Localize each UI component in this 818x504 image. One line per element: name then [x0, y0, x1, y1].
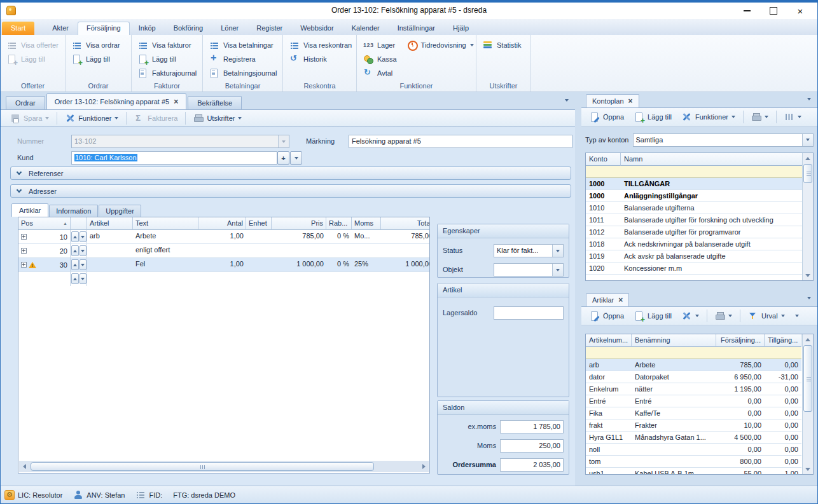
panel-dropdown[interactable] — [807, 98, 811, 100]
vertical-scrollbar[interactable] — [802, 153, 813, 280]
menu-tab-akter[interactable]: Akter — [43, 22, 78, 35]
maximize-button[interactable] — [760, 3, 787, 19]
visa-offerter-button[interactable]: Visa offerter — [4, 38, 65, 52]
table-row-selected[interactable]: 30 Fel 1,00 1 000,00 0 % 25% 1 000,00 — [18, 258, 430, 272]
scroll-up-button[interactable] — [803, 334, 813, 344]
row-move-up-button[interactable] — [71, 259, 79, 270]
lagg-till-offert-button[interactable]: Lägg till — [4, 52, 65, 66]
fakturera-button[interactable]: Fakturera — [130, 111, 182, 125]
funktioner-button[interactable]: Funktioner — [677, 110, 740, 124]
horizontal-scrollbar[interactable] — [19, 461, 429, 472]
konto-row-selected[interactable]: 1000TILLGÅNGAR — [586, 178, 813, 190]
column-header-forsaljning[interactable]: Försäljning... — [716, 334, 765, 347]
status-select[interactable]: Klar för fakt... — [494, 244, 564, 257]
artikel-row[interactable]: FikaKaffe/Te0,000,00 — [586, 407, 813, 419]
print-button[interactable] — [711, 309, 737, 323]
urval-button[interactable]: Urval — [744, 309, 789, 323]
menu-tab-forsaljning[interactable]: Försäljning — [78, 22, 130, 35]
row-move-down-button[interactable] — [80, 259, 87, 270]
filter-row[interactable] — [586, 347, 813, 359]
visa-betalningar-button[interactable]: Visa betalningar — [207, 38, 282, 52]
tab-bekraftelse[interactable]: Bekräftelse — [188, 96, 242, 109]
scroll-up-button[interactable] — [803, 153, 813, 163]
lagg-till-faktura-button[interactable]: Lägg till — [135, 52, 202, 66]
oppna-button[interactable]: Öppna — [585, 309, 628, 323]
close-icon[interactable]: × — [628, 97, 633, 106]
section-adresser[interactable]: Adresser — [10, 184, 571, 198]
column-header-konto[interactable]: Konto — [586, 153, 621, 166]
kund-add-button[interactable]: + — [277, 151, 289, 165]
visa-reskontran-button[interactable]: Visa reskontran — [287, 38, 356, 52]
column-header-rab[interactable]: Rab... — [326, 217, 352, 230]
scroll-down-button[interactable] — [803, 464, 813, 474]
markning-input[interactable]: Felsökning apparat #5 — [349, 135, 572, 148]
vertical-scrollbar[interactable] — [802, 334, 813, 474]
lagg-till-button[interactable]: Lägg till — [630, 110, 676, 124]
fakturajournal-button[interactable]: Fakturajournal — [135, 66, 202, 80]
konto-row[interactable]: 1000Anläggningstillgångar — [586, 190, 813, 202]
column-header-antal[interactable]: Antal — [198, 217, 246, 230]
avtal-button[interactable]: Avtal — [361, 66, 399, 80]
kund-input[interactable]: 1010: Carl Karlsson — [71, 151, 277, 165]
lagg-till-button[interactable]: Lägg till — [630, 309, 676, 323]
konto-row[interactable]: 1012Balanserade utgifter för programvaro… — [586, 226, 813, 238]
dropdown-button[interactable] — [802, 134, 813, 146]
artikel-row[interactable]: usb1Kabel USB A-B 1m55,001,00 — [586, 468, 813, 475]
row-move-down-button[interactable] — [80, 273, 87, 284]
menu-tab-kalender[interactable]: Kalender — [343, 22, 389, 35]
visa-ordrar-button[interactable]: Visa ordrar — [69, 38, 131, 52]
artikel-row[interactable]: fraktFrakter10,000,00 — [586, 419, 813, 432]
dropdown-button[interactable] — [552, 264, 563, 276]
menu-tab-inkop[interactable]: Inköp — [130, 22, 165, 35]
column-header-total[interactable]: Total — [381, 217, 430, 230]
konto-row[interactable]: 1019Ack avskr på balanserade utgifte — [586, 250, 813, 262]
kund-dropdown-button[interactable] — [290, 151, 302, 165]
lagg-till-order-button[interactable]: Lägg till — [69, 52, 131, 66]
scrollbar-thumb[interactable] — [803, 164, 812, 183]
scrollbar-thumb[interactable] — [31, 462, 374, 471]
tab-order-13-102[interactable]: Order 13-102: Felsökning apparat #5× — [46, 93, 186, 109]
print-button[interactable] — [747, 110, 773, 124]
menu-tab-webbsidor[interactable]: Webbsidor — [291, 22, 342, 35]
lager-button[interactable]: Lager — [361, 38, 399, 52]
kassa-button[interactable]: Kassa — [361, 52, 399, 66]
menu-tab-installningar[interactable]: Inställningar — [389, 22, 444, 35]
utskrifter-button[interactable]: Utskrifter — [189, 111, 246, 125]
dropdown-button[interactable] — [552, 245, 563, 257]
historik-button[interactable]: Historik — [287, 52, 356, 66]
tab-information[interactable]: Information — [49, 205, 98, 217]
column-header-namn[interactable]: Namn — [621, 153, 813, 166]
expand-icon[interactable] — [21, 234, 27, 240]
tab-ordrar[interactable]: Ordrar — [6, 96, 45, 109]
tab-list-dropdown[interactable] — [565, 99, 569, 102]
menu-tab-loner[interactable]: Löner — [212, 22, 247, 35]
columns-button[interactable] — [780, 110, 806, 124]
table-row[interactable]: 20 enligt offert — [18, 244, 430, 258]
dropdown-button[interactable] — [278, 135, 289, 147]
scroll-left-button[interactable] — [19, 461, 29, 472]
expand-icon[interactable] — [21, 262, 27, 268]
tidredovisning-button[interactable]: Tidredovisning — [405, 38, 476, 52]
column-header-pris[interactable]: Pris — [272, 217, 326, 230]
minimize-button[interactable] — [733, 3, 760, 19]
column-header-benamning[interactable]: Benämning — [632, 334, 716, 347]
artikel-row[interactable]: datorDatorpaket6 950,00-31,00 — [586, 371, 813, 383]
panel-dropdown[interactable] — [807, 297, 811, 299]
column-header-artikel[interactable]: Artikel — [87, 217, 133, 230]
column-header-tillganglig[interactable]: Tillgäng... — [765, 334, 801, 347]
betalningsjournal-button[interactable]: Betalningsjournal — [207, 66, 282, 80]
konto-row[interactable]: 1011Balanserade utgifter för forskning o… — [586, 214, 813, 226]
objekt-select[interactable] — [494, 263, 564, 276]
konto-row[interactable]: 1010Balanserade utgifterna — [586, 202, 813, 214]
section-referenser[interactable]: Referenser — [10, 167, 571, 180]
row-move-up-button[interactable] — [71, 231, 79, 242]
column-header-pos[interactable]: Pos▲ — [18, 217, 71, 230]
scroll-down-button[interactable] — [803, 270, 813, 280]
expand-icon[interactable] — [21, 248, 27, 254]
table-row[interactable]: 10 arb Arbete 1,00 785,00 0 % Mo... 785,… — [18, 230, 430, 244]
column-header-moms[interactable]: Moms — [352, 217, 381, 230]
spara-button[interactable]: Spara — [6, 111, 53, 125]
visa-fakturor-button[interactable]: Visa fakturor — [135, 38, 202, 52]
filter-row[interactable] — [586, 166, 813, 178]
close-icon[interactable]: × — [174, 97, 178, 106]
